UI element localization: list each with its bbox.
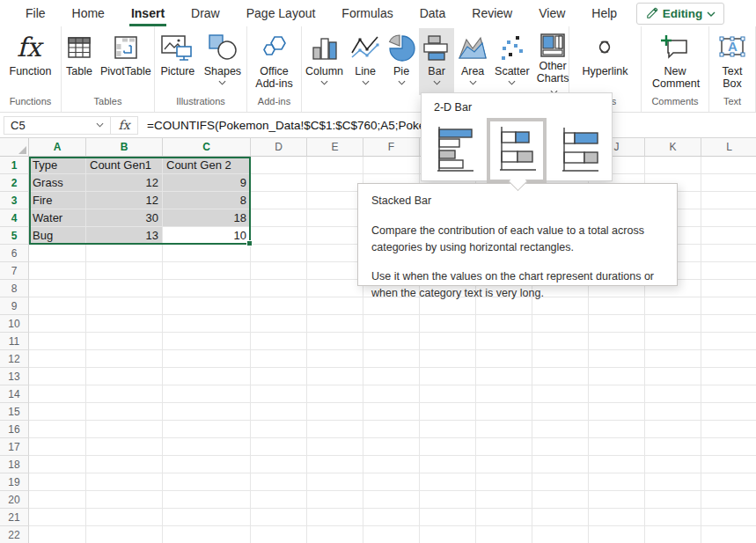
cell-l15[interactable] (701, 403, 756, 421)
cell-c10[interactable] (163, 315, 251, 333)
row-header-7[interactable]: 7 (0, 262, 29, 280)
cell-b15[interactable] (86, 403, 163, 421)
cell-d20[interactable] (251, 491, 307, 509)
cell-i19[interactable] (532, 473, 589, 491)
cell-e14[interactable] (307, 385, 363, 403)
cell-g10[interactable] (420, 315, 476, 333)
cell-a1[interactable]: Type (29, 157, 86, 174)
row-header-19[interactable]: 19 (0, 473, 29, 491)
fx-button[interactable]: fx (111, 116, 138, 135)
cell-c1[interactable]: Count Gen 2 (163, 157, 251, 174)
cell-j13[interactable] (589, 368, 645, 385)
cell-e6[interactable] (307, 245, 363, 262)
cell-g17[interactable] (420, 438, 476, 456)
row-header-2[interactable]: 2 (0, 174, 29, 192)
cell-h11[interactable] (476, 333, 532, 350)
cell-l6[interactable] (701, 245, 756, 262)
cell-j16[interactable] (589, 421, 645, 438)
menu-tab-draw[interactable]: Draw (178, 0, 233, 26)
cell-i15[interactable] (532, 403, 589, 421)
cell-f18[interactable] (363, 456, 420, 473)
cell-l12[interactable] (701, 350, 756, 368)
cell-e5[interactable] (307, 227, 363, 245)
cell-a19[interactable] (29, 473, 86, 491)
menu-tab-view[interactable]: View (525, 0, 578, 26)
menu-tab-review[interactable]: Review (459, 0, 525, 26)
cell-f20[interactable] (363, 491, 420, 509)
column-header-a[interactable]: A (29, 138, 86, 157)
cell-l11[interactable] (701, 333, 756, 350)
cell-i16[interactable] (532, 421, 589, 438)
new-comment-button[interactable]: New Comment (649, 28, 701, 95)
cell-j15[interactable] (589, 403, 645, 421)
row-header-10[interactable]: 10 (0, 315, 29, 333)
select-all-corner[interactable] (0, 138, 29, 157)
column-header-c[interactable]: C (163, 138, 251, 157)
cell-i12[interactable] (532, 350, 589, 368)
cell-g13[interactable] (420, 368, 476, 385)
cell-c21[interactable] (163, 509, 251, 526)
cell-g21[interactable] (420, 509, 476, 526)
menu-tab-page-layout[interactable]: Page Layout (233, 0, 329, 26)
cell-e21[interactable] (307, 509, 363, 526)
cell-j10[interactable] (589, 315, 645, 333)
cell-d4[interactable] (251, 209, 307, 227)
cell-b5[interactable]: 13 (86, 227, 163, 245)
cell-d18[interactable] (251, 456, 307, 473)
chevron-down-icon[interactable] (96, 122, 104, 128)
pie-button[interactable]: Pie (384, 28, 419, 95)
cell-e1[interactable] (307, 157, 363, 174)
cell-c9[interactable] (163, 297, 251, 315)
menu-tab-home[interactable]: Home (59, 0, 118, 26)
cell-h16[interactable] (476, 421, 532, 438)
cell-a6[interactable] (29, 245, 86, 262)
cell-i13[interactable] (532, 368, 589, 385)
cell-j21[interactable] (589, 509, 645, 526)
cell-g16[interactable] (420, 421, 476, 438)
cell-f10[interactable] (363, 315, 420, 333)
cell-f22[interactable] (363, 526, 420, 543)
cell-j12[interactable] (589, 350, 645, 368)
cell-b1[interactable]: Count Gen1 (86, 157, 163, 174)
cell-k11[interactable] (645, 333, 701, 350)
cell-c16[interactable] (163, 421, 251, 438)
cell-g22[interactable] (420, 526, 476, 543)
cell-e12[interactable] (307, 350, 363, 368)
cell-k12[interactable] (645, 350, 701, 368)
cell-b17[interactable] (86, 438, 163, 456)
cell-c3[interactable]: 8 (163, 192, 251, 209)
cell-e4[interactable] (307, 209, 363, 227)
cell-d19[interactable] (251, 473, 307, 491)
cell-k22[interactable] (645, 526, 701, 543)
cell-f12[interactable] (363, 350, 420, 368)
cell-d15[interactable] (251, 403, 307, 421)
cell-b3[interactable]: 12 (86, 192, 163, 209)
cell-k19[interactable] (645, 473, 701, 491)
cell-h17[interactable] (476, 438, 532, 456)
cell-a18[interactable] (29, 456, 86, 473)
cell-d1[interactable] (251, 157, 307, 174)
row-header-14[interactable]: 14 (0, 385, 29, 403)
cell-l1[interactable] (701, 157, 756, 174)
cell-d22[interactable] (251, 526, 307, 543)
cell-h15[interactable] (476, 403, 532, 421)
cell-l17[interactable] (701, 438, 756, 456)
cell-l19[interactable] (701, 473, 756, 491)
menu-tab-help[interactable]: Help (578, 0, 630, 26)
cell-g15[interactable] (420, 403, 476, 421)
cell-e17[interactable] (307, 438, 363, 456)
cell-b21[interactable] (86, 509, 163, 526)
cell-d2[interactable] (251, 174, 307, 192)
cell-k20[interactable] (645, 491, 701, 509)
cell-c4[interactable]: 18 (163, 209, 251, 227)
cell-b14[interactable] (86, 385, 163, 403)
cell-j20[interactable] (589, 491, 645, 509)
cell-d12[interactable] (251, 350, 307, 368)
cell-d9[interactable] (251, 297, 307, 315)
cell-b20[interactable] (86, 491, 163, 509)
cell-d7[interactable] (251, 262, 307, 280)
row-header-1[interactable]: 1 (0, 157, 29, 174)
row-header-20[interactable]: 20 (0, 491, 29, 509)
row-header-5[interactable]: 5 (0, 227, 29, 245)
cell-l21[interactable] (701, 509, 756, 526)
